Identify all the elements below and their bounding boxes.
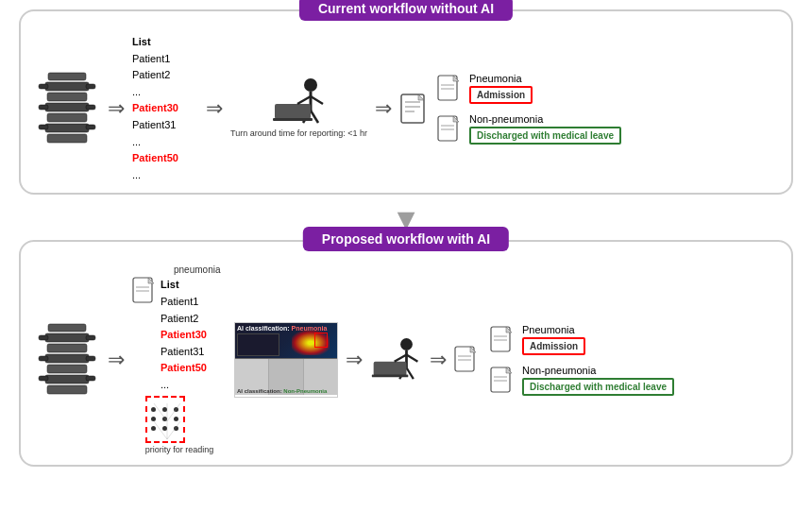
outcomes-bottom: Pneumonia Admission Non-pneumonia Discha… [490,324,674,396]
dots-3: ... [132,167,198,184]
top-body: ⇒ List Patient1 Patient2 ... Patient30 P… [34,34,778,183]
svg-line-50 [154,421,167,439]
doc-top [399,93,426,125]
patient-50: Patient50 [132,150,198,167]
svg-line-15 [311,96,323,104]
svg-rect-0 [48,73,86,80]
svg-rect-35 [47,365,87,373]
svg-line-20 [297,96,311,104]
svg-rect-31 [48,324,86,332]
ai-priority-group: pneumonia List Patient1 Patient2 P [132,265,227,455]
svg-rect-41 [86,356,95,361]
patient-list-top: List Patient1 Patient2 ... Patient30 Pat… [132,34,198,183]
patient-b2: Patient2 [161,311,227,328]
ai-bottom-class: Non-Pneumonia [283,388,327,394]
nn-box [145,396,185,443]
svg-rect-8 [86,84,95,89]
doc-icon-bottom-2 [454,346,479,374]
patient-b30: Patient30 [161,327,227,344]
turnaround-label: Turn around time for reporting: <1 hr [230,128,367,140]
outcome-b2-badge: Discharged with medical leave [522,378,674,396]
outcome1-label: Pneumonia [469,73,533,84]
arrow-b1: ⇒ [108,348,125,372]
svg-point-53 [400,338,413,350]
outcome-nonpneumonia: Non-pneumonia Discharged with medical le… [437,113,621,145]
svg-rect-34 [45,354,89,363]
bottom-section: Proposed workflow with AI [19,240,793,467]
patient-1: Patient1 [132,51,198,68]
list-header-b: List [161,277,227,294]
dots-1: ... [132,84,198,101]
svg-rect-32 [45,333,89,342]
svg-rect-58 [374,362,407,376]
radiologist-bottom [370,336,422,384]
patient-b50: Patient50 [161,360,227,377]
list-header: List [132,34,198,51]
ai-bottom-label: AI classification: Non-Pneumonia [237,388,327,394]
svg-rect-1 [45,82,89,91]
svg-rect-19 [273,118,313,121]
spine-image-top [34,71,100,146]
document-icon-top [399,93,426,125]
svg-rect-38 [39,335,48,340]
ai-bottom-panel: AI classification: Non-Pneumonia [235,359,337,395]
svg-line-52 [167,421,180,439]
svg-line-55 [407,355,418,362]
nn-lines [147,398,187,445]
arrow-b3: ⇒ [430,348,447,372]
outcome2-label: Non-pneumonia [469,113,621,125]
ai-images-panel: AI classification: Pneumonia AI classifi… [234,322,338,398]
svg-rect-37 [47,385,87,394]
bottom-body: ⇒ pneumonia List Patient1 [34,265,778,455]
radiologist-top: Turn around time for reporting: <1 hr [230,77,367,140]
svg-point-13 [304,78,317,92]
svg-rect-4 [47,113,87,122]
doc-bottom-2 [454,346,479,374]
outcome-b2-label: Non-pneumonia [522,365,674,376]
svg-rect-59 [372,375,409,378]
doc-icon-bottom [132,277,157,305]
outcome-pneumonia: Pneumonia Admission [437,73,621,104]
svg-rect-42 [39,376,48,381]
doc-icon-2 [437,115,462,144]
spine-image-bottom [34,322,100,398]
dots-2: ... [132,134,198,151]
svg-line-47 [154,403,167,421]
patient-b1: Patient1 [161,294,227,311]
outcome-b-nonpneumonia: Non-pneumonia Discharged with medical le… [490,365,674,396]
svg-rect-39 [86,335,95,340]
doc-icon-1 [437,75,462,103]
patient-31: Patient31 [132,117,198,134]
svg-rect-9 [39,105,48,110]
pneumonia-top-label: pneumonia [174,265,220,275]
patient-2: Patient2 [132,67,198,84]
svg-line-57 [407,368,414,380]
patient-b31: Patient31 [161,344,227,361]
nn-label: priority for reading [145,445,214,456]
doc-bottom [132,277,157,308]
outcome2-badge: Discharged with medical leave [469,127,621,145]
svg-rect-7 [39,84,48,89]
svg-rect-18 [275,104,311,119]
radiologist-icon [271,77,328,127]
svg-rect-6 [47,134,87,143]
dots-b: ... [161,377,227,394]
doc-icon-b2 [490,367,515,395]
svg-rect-36 [45,375,89,384]
arrow-1: ⇒ [108,96,125,121]
outcome-b-pneumonia: Pneumonia Admission [490,324,674,355]
arrow-b2: ⇒ [346,348,363,372]
arrow-3: ⇒ [375,96,392,121]
outcome-b1-label: Pneumonia [522,324,585,335]
svg-rect-2 [47,93,87,101]
xray-dark [237,333,279,356]
ai-top-panel: AI classification: Pneumonia [235,323,337,359]
doc-icon-b1 [490,326,515,354]
outcome-b1-badge: Admission [522,337,585,355]
patient-list-bottom: List Patient1 Patient2 Patient30 Patient… [161,277,227,393]
top-section: Current workflow without AI [19,9,793,195]
radiologist-icon-bottom [370,336,422,384]
top-title: Current workflow without AI [299,0,513,21]
bounding-box [314,333,328,348]
outcome1-badge: Admission [469,86,533,104]
